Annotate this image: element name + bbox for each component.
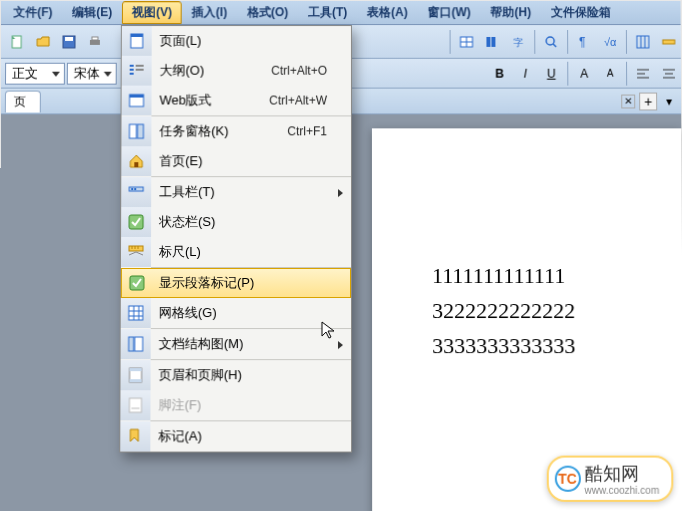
menu-view[interactable]: 视图(V): [122, 1, 182, 24]
app-window: 文件(F) 编辑(E) 视图(V) 插入(I) 格式(O) 工具(T) 表格(A…: [0, 1, 682, 511]
svg-rect-27: [130, 65, 134, 67]
toolbar-icon: [121, 177, 151, 207]
bold-icon[interactable]: B: [488, 61, 512, 85]
menu-window[interactable]: 窗口(W): [418, 1, 481, 24]
underline-icon[interactable]: U: [539, 61, 563, 85]
table-icon[interactable]: [455, 30, 479, 54]
doc-tab[interactable]: 页: [5, 90, 41, 112]
menu-item[interactable]: 网格线(G): [121, 298, 351, 328]
menu-edit[interactable]: 编辑(E): [62, 1, 122, 24]
menu-item[interactable]: 任务窗格(K)Ctrl+F1: [121, 116, 351, 146]
menu-item-label: Web版式: [151, 92, 269, 110]
open-icon[interactable]: [31, 30, 55, 54]
svg-rect-3: [90, 39, 100, 44]
menu-item[interactable]: 页面(L): [122, 26, 351, 56]
menu-item-shortcut: Ctrl+F1: [287, 124, 351, 138]
new-doc-icon[interactable]: [5, 30, 29, 54]
svg-rect-9: [491, 36, 495, 46]
character-icon[interactable]: 字: [506, 30, 530, 54]
svg-rect-28: [130, 69, 134, 71]
menu-format[interactable]: 格式(O): [237, 1, 298, 24]
align-left-icon[interactable]: [631, 61, 655, 85]
svg-rect-36: [134, 162, 138, 167]
menu-item[interactable]: 标尺(L): [121, 237, 351, 267]
ruler-icon: [121, 237, 151, 267]
svg-rect-51: [129, 337, 134, 351]
menu-item[interactable]: 工具栏(T): [121, 177, 351, 207]
svg-rect-41: [129, 246, 143, 251]
svg-rect-55: [130, 379, 142, 382]
svg-rect-2: [65, 36, 73, 40]
menu-item-label: 显示段落标记(P): [151, 274, 350, 292]
menu-item[interactable]: 状态栏(S): [121, 207, 351, 237]
show-marks-icon[interactable]: ¶: [572, 30, 596, 54]
check-icon: [122, 269, 151, 297]
formula-icon[interactable]: √α: [598, 30, 622, 54]
menu-item[interactable]: 标记(A): [120, 421, 351, 451]
menu-item[interactable]: 显示段落标记(P): [121, 268, 351, 298]
menu-item[interactable]: 首页(E): [121, 146, 351, 176]
menu-item-label: 任务窗格(K): [151, 122, 287, 140]
svg-rect-8: [486, 36, 490, 46]
menu-item[interactable]: 页眉和页脚(H): [120, 360, 351, 390]
cursor-icon: [320, 320, 340, 340]
save-icon[interactable]: [57, 30, 81, 54]
home-icon: [121, 146, 151, 176]
svg-rect-54: [130, 368, 142, 371]
menu-item-label: 标记(A): [150, 427, 351, 445]
menu-item[interactable]: 文档结构图(M): [121, 329, 351, 359]
text-line: 1111111111111: [432, 258, 682, 293]
menu-insert[interactable]: 插入(I): [182, 1, 237, 24]
align-center-icon[interactable]: [657, 61, 681, 85]
new-tab-icon[interactable]: +: [639, 92, 657, 110]
svg-text:√α: √α: [604, 35, 617, 47]
document-page[interactable]: 1111111111111 3222222222222 333333333333…: [372, 128, 682, 511]
separator: [534, 30, 535, 54]
font-shrink-icon[interactable]: A: [598, 61, 622, 85]
check-icon: [121, 207, 151, 237]
watermark-text: 酷知网: [584, 464, 638, 484]
svg-point-11: [546, 36, 554, 44]
font-grow-icon[interactable]: A: [572, 61, 596, 85]
svg-text:¶: ¶: [579, 34, 585, 48]
menu-file[interactable]: 文件(F): [3, 1, 62, 24]
structure-icon: [121, 329, 151, 359]
mark-icon: [120, 421, 150, 451]
svg-rect-52: [135, 337, 143, 351]
headerfooter-icon: [120, 360, 150, 390]
menu-help[interactable]: 帮助(H): [481, 1, 541, 24]
menu-item-label: 工具栏(T): [151, 183, 351, 201]
style-combo[interactable]: 正文: [5, 62, 65, 84]
italic-icon[interactable]: I: [513, 61, 537, 85]
svg-rect-46: [129, 306, 143, 320]
svg-rect-33: [130, 95, 144, 98]
menu-item-label: 首页(E): [151, 152, 351, 170]
outline-icon: [122, 56, 152, 86]
menu-item[interactable]: 大纲(O)Ctrl+Alt+O: [122, 56, 351, 86]
svg-text:字: 字: [513, 36, 523, 47]
grid-icon[interactable]: [631, 30, 655, 54]
columns-icon[interactable]: [480, 30, 504, 54]
svg-rect-34: [129, 124, 136, 138]
svg-rect-56: [129, 398, 141, 412]
menu-item-label: 页眉和页脚(H): [151, 366, 351, 384]
web-icon: [122, 86, 152, 116]
menu-item-label: 页面(L): [152, 32, 351, 50]
close-tab-icon[interactable]: ✕: [621, 94, 635, 108]
tab-menu-icon[interactable]: ▾: [657, 89, 681, 113]
menu-item-label: 大纲(O): [152, 62, 272, 80]
font-combo[interactable]: 宋体: [67, 62, 117, 84]
menu-tools[interactable]: 工具(T): [298, 1, 357, 24]
print-icon[interactable]: [83, 30, 107, 54]
separator: [567, 30, 568, 54]
svg-rect-35: [137, 124, 143, 138]
ruler-icon[interactable]: [657, 30, 681, 54]
svg-line-12: [553, 43, 556, 46]
find-icon[interactable]: [539, 30, 563, 54]
menu-item-shortcut: Ctrl+Alt+O: [271, 64, 351, 78]
menu-table[interactable]: 表格(A): [357, 1, 417, 24]
separator: [450, 30, 451, 54]
menu-safebox[interactable]: 文件保险箱: [541, 1, 621, 24]
menu-item[interactable]: Web版式Ctrl+Alt+W: [122, 86, 351, 116]
submenu-arrow-icon: [338, 341, 343, 349]
